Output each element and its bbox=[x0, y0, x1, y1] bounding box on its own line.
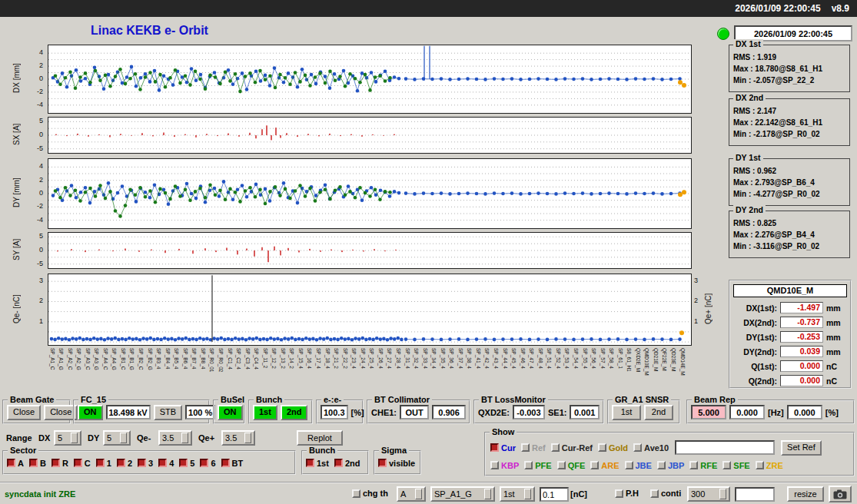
toggle-bt[interactable]: BT bbox=[221, 459, 244, 468]
range-qep-value: 3.5 bbox=[225, 433, 237, 443]
toggle-jbe[interactable]: JBE bbox=[625, 461, 652, 470]
toggle-ave10[interactable]: Ave10 bbox=[633, 443, 669, 453]
toggle-label: R bbox=[62, 459, 68, 468]
toggle-4[interactable]: 4 bbox=[158, 459, 174, 468]
toggle-3[interactable]: 3 bbox=[138, 459, 153, 468]
bunch-2nd-button[interactable]: 2nd bbox=[281, 405, 308, 420]
x-axis-station-label: SP_C1_4 bbox=[227, 348, 232, 370]
toggle-kbp[interactable]: KBP bbox=[490, 461, 519, 470]
sigma-items: visible bbox=[378, 459, 415, 468]
y-tick-label: -5 bbox=[37, 260, 43, 267]
toggle-2[interactable]: 2 bbox=[117, 459, 132, 468]
toggle-visible[interactable]: visible bbox=[378, 459, 415, 468]
toggle-r[interactable]: R bbox=[51, 459, 68, 468]
qmd-unit: mm bbox=[826, 318, 841, 327]
x-axis-station-label: SP_34_4 bbox=[431, 348, 437, 369]
set-ref-button[interactable]: Set Ref bbox=[781, 440, 822, 456]
range-qe-minus-select[interactable]: 3.5 bbox=[158, 430, 192, 446]
checkbox-icon bbox=[657, 461, 666, 469]
checkbox-icon bbox=[633, 443, 642, 452]
busel-on-button[interactable]: ON bbox=[218, 405, 243, 420]
gr-a1-2nd-button[interactable]: 2nd bbox=[644, 405, 673, 420]
fc15-on-button[interactable]: ON bbox=[78, 405, 103, 420]
toggle-jbp[interactable]: JBP bbox=[657, 461, 684, 470]
y-tick-label: 1 bbox=[39, 317, 43, 325]
bunch-1st-button[interactable]: 1st bbox=[253, 405, 277, 420]
y-tick-label: 0 bbox=[39, 246, 43, 254]
toggle-1[interactable]: 1 bbox=[96, 459, 111, 468]
sector-select[interactable]: A bbox=[397, 486, 426, 502]
camera-button[interactable] bbox=[829, 486, 852, 502]
toggle-cur-ref[interactable]: Cur-Ref bbox=[551, 443, 593, 453]
toggle-b[interactable]: B bbox=[29, 459, 46, 468]
se1-value-display: 0.001 bbox=[570, 405, 600, 419]
bunch-order-select[interactable]: 1st bbox=[500, 486, 535, 502]
aux-input[interactable] bbox=[735, 487, 775, 502]
x-axis-station-label: SP_16_4 bbox=[307, 348, 312, 369]
y-tick-label: -2 bbox=[37, 202, 43, 210]
qmd-unit: mm bbox=[826, 303, 841, 313]
show-row2-items: KBPPFEQFEAREJBEJBPRFESFEZRE bbox=[490, 461, 783, 470]
toggle-6[interactable]: 6 bbox=[200, 459, 215, 468]
toggle-are[interactable]: ARE bbox=[590, 461, 619, 470]
checkbox-icon bbox=[722, 461, 731, 469]
stats-dy-2nd: DY 2ndRMS : 0.825Max : 2.276@SP_B4_4Min … bbox=[729, 211, 850, 258]
x-axis-station-label: SP_37_4 bbox=[457, 348, 463, 369]
beam-rep-set-display: 5.000 bbox=[691, 405, 726, 419]
toggle-ref[interactable]: Ref bbox=[521, 443, 546, 453]
dy-plot-canvas bbox=[48, 158, 692, 229]
toggle-label: 1 bbox=[107, 459, 111, 468]
x-axis-station-label: QF22E_M bbox=[662, 348, 667, 371]
bpm-select[interactable]: SP_A1_G bbox=[430, 486, 495, 502]
toggle-1st[interactable]: 1st bbox=[306, 459, 329, 468]
qmd-label: DY(1st): bbox=[732, 333, 777, 342]
x-axis-station-label: QXD2E_M bbox=[635, 348, 640, 372]
toggle-a[interactable]: A bbox=[7, 459, 24, 468]
x-axis-station-label: SP_A1_G bbox=[58, 348, 64, 370]
x-axis-station-label: SP_B2_C bbox=[138, 348, 144, 370]
x-axis-station-label: SP_35_4 bbox=[440, 348, 445, 369]
toggle-pfe[interactable]: PFE bbox=[524, 461, 551, 470]
toggle-ph[interactable]: P.H bbox=[615, 489, 639, 498]
y-tick-label: 0 bbox=[39, 75, 43, 82]
fc15-stb-button[interactable]: STB bbox=[154, 405, 182, 420]
toggle-zre[interactable]: ZRE bbox=[756, 461, 783, 470]
x-axis-station-label: SP_B5_4 bbox=[174, 348, 179, 369]
threshold-input[interactable] bbox=[540, 487, 569, 502]
fc15-voltage-display: 18.498 kV bbox=[106, 405, 151, 419]
range-dx-select[interactable]: 5 bbox=[54, 430, 81, 446]
gr-a1-snsr-group: GR_A1 SNSR 1st 2nd bbox=[607, 400, 680, 424]
stat-line: Max : 18.780@S8_61_H1 bbox=[733, 63, 845, 75]
qmd-value: -0.253 bbox=[780, 331, 823, 343]
y-tick-label: -2 bbox=[37, 88, 43, 95]
toggle-label: BT bbox=[232, 459, 244, 468]
toggle-rfe[interactable]: RFE bbox=[689, 461, 717, 470]
range-dy-select[interactable]: 5 bbox=[103, 430, 131, 446]
toggle-gold[interactable]: Gold bbox=[598, 443, 628, 453]
stat-line: RMS : 2.147 bbox=[733, 105, 845, 117]
toggle-qfe[interactable]: QFE bbox=[557, 461, 586, 470]
toggle-chg-th[interactable]: chg th bbox=[352, 489, 388, 498]
gr-a1-1st-button[interactable]: 1st bbox=[612, 405, 641, 420]
toggle-conti[interactable]: conti bbox=[650, 489, 681, 498]
toggle-5[interactable]: 5 bbox=[179, 459, 194, 468]
stat-box-label: DX 1st bbox=[733, 39, 763, 49]
points-count-select[interactable]: 300 bbox=[687, 486, 730, 502]
toggle-label: B bbox=[40, 459, 46, 468]
range-qe-plus-select[interactable]: 3.5 bbox=[221, 430, 255, 446]
set-ref-input[interactable] bbox=[675, 440, 775, 455]
x-axis-station-label: SP_31_4 bbox=[404, 348, 410, 369]
toggle-c[interactable]: C bbox=[74, 459, 91, 468]
qmd-value: 0.000 bbox=[780, 375, 823, 386]
y-tick-label: 3 bbox=[39, 277, 43, 284]
dropdown-glyph-icon bbox=[415, 489, 422, 499]
toggle-cur[interactable]: Cur bbox=[490, 443, 516, 453]
dropdown-glyph-icon bbox=[524, 489, 531, 499]
beam-gate-group: Beam Gate Close Close bbox=[2, 400, 71, 424]
beam-gate-close1-button[interactable]: Close bbox=[7, 405, 41, 420]
qmd-label: DY(2nd): bbox=[732, 347, 777, 356]
toggle-sfe[interactable]: SFE bbox=[722, 461, 749, 470]
toggle-2nd[interactable]: 2nd bbox=[334, 459, 360, 468]
resize-button[interactable]: resize bbox=[787, 486, 824, 502]
replot-button[interactable]: Replot bbox=[297, 430, 343, 446]
